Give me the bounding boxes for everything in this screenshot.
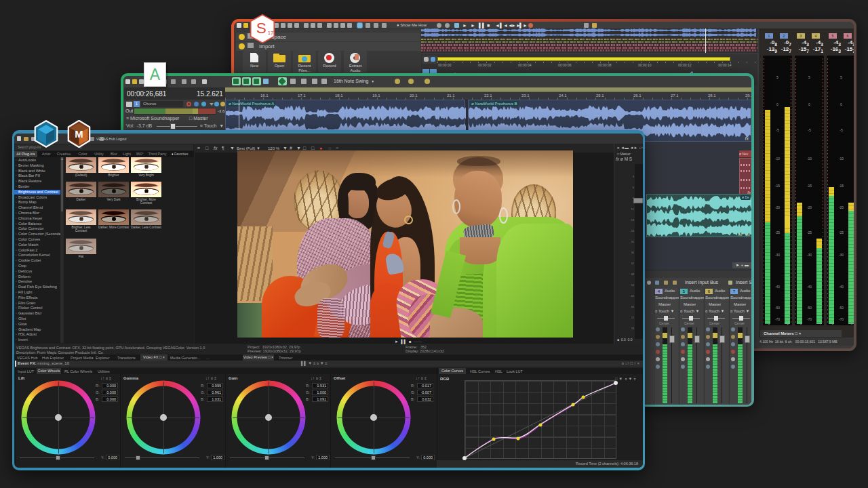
- svg-text:S: S: [256, 20, 267, 37]
- svg-text:M: M: [75, 129, 83, 140]
- svg-text:17: 17: [268, 30, 274, 36]
